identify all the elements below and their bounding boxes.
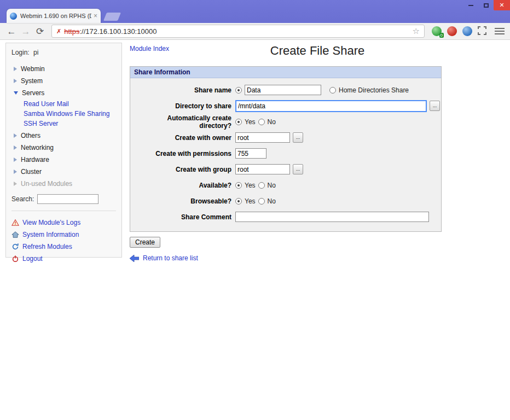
window-controls: ✕ (463, 0, 510, 10)
sidebar-item-networking[interactable]: Networking (11, 142, 116, 154)
share-comment-input[interactable] (235, 212, 429, 222)
form-row-owner: Create with owner ... (134, 130, 438, 145)
sidebar-item-hardware[interactable]: Hardware (11, 154, 116, 166)
chevron-right-icon (14, 133, 17, 138)
sidebar-item-others[interactable]: Others (11, 130, 116, 142)
module-index-link[interactable]: Module Index (130, 45, 169, 52)
nav-label: System (21, 77, 43, 85)
sidebar-item-ssh-server[interactable]: SSH Server (24, 119, 116, 129)
share-name-input[interactable] (245, 85, 321, 95)
form-row-available: Available? Yes No (134, 177, 438, 193)
search-input[interactable] (37, 194, 98, 204)
sidebar-item-read-user-mail[interactable]: Read User Mail (24, 99, 116, 109)
nav-label: Webmin (21, 65, 45, 73)
chevron-right-icon (14, 182, 17, 186)
browser-menu-button[interactable] (494, 27, 506, 36)
url-scheme: https (64, 27, 79, 36)
login-user: pi (33, 49, 38, 56)
servers-children: Read User Mail Samba Windows File Sharin… (24, 99, 116, 129)
link-label: View Module's Logs (22, 219, 80, 226)
extension-red-icon[interactable] (447, 26, 457, 36)
panel-body: Share name Home Directories Share Direct… (130, 78, 441, 231)
chevron-right-icon (14, 79, 17, 83)
return-row: Return to share list (130, 254, 505, 262)
sidebar-item-cluster[interactable]: Cluster (11, 166, 116, 178)
close-window-button[interactable]: ✕ (494, 0, 510, 10)
field-label: Create with group (134, 166, 235, 173)
browser-tab[interactable]: Webmin 1.690 on RPHS (D × (7, 9, 101, 23)
form-row-permissions: Create with permissions (134, 145, 438, 161)
sidebar-item-samba[interactable]: Samba Windows File Sharing (24, 109, 116, 119)
chevron-right-icon (14, 67, 17, 71)
auto-create-yes-radio[interactable] (235, 119, 242, 125)
directory-browse-button[interactable]: ... (430, 101, 440, 111)
view-module-logs-link[interactable]: View Module's Logs (11, 217, 116, 229)
link-label: System Information (22, 231, 79, 238)
warning-icon (11, 219, 19, 226)
field-label: Share Comment (134, 213, 235, 221)
field-label: Browseable? (134, 197, 235, 205)
chevron-right-icon (14, 158, 17, 162)
panel-header: Share Information (130, 67, 441, 78)
return-arrow-icon (130, 255, 139, 262)
browseable-no-radio[interactable] (258, 198, 265, 205)
capture-frame-icon[interactable] (478, 26, 488, 36)
form-row-browseable: Browseable? Yes No (134, 193, 438, 209)
sidebar-item-unused-modules[interactable]: Un-used Modules (11, 178, 116, 190)
share-information-panel: Share Information Share name Home Direct… (130, 66, 442, 232)
search-row: Search: (11, 194, 116, 204)
ssl-error-icon[interactable]: ✗ (56, 28, 61, 35)
nav-label: Cluster (21, 168, 42, 176)
logout-link[interactable]: Logout (11, 253, 116, 265)
owner-input[interactable] (235, 132, 290, 143)
browseable-yes-radio[interactable] (235, 198, 242, 205)
nav-label: Networking (21, 144, 54, 151)
login-label: Login: (11, 49, 30, 56)
main-content: Module Index Create File Share Share Inf… (130, 43, 505, 262)
system-information-link[interactable]: System Information (11, 229, 116, 241)
back-button[interactable]: ← (4, 27, 19, 36)
auto-create-no-radio[interactable] (258, 119, 265, 125)
group-input[interactable] (235, 164, 290, 174)
sidebar: Login: pi Webmin System Servers Read Use… (5, 43, 122, 258)
create-button[interactable]: Create (130, 237, 160, 248)
nav-label: Un-used Modules (21, 180, 72, 188)
reload-button[interactable]: ⟳ (33, 27, 47, 36)
group-browse-button[interactable]: ... (293, 164, 303, 174)
minimize-button[interactable] (463, 0, 478, 10)
available-yes-radio[interactable] (235, 182, 242, 189)
titlebar: Webmin 1.690 on RPHS (D × ✕ (0, 0, 510, 23)
maximize-button[interactable] (478, 0, 494, 10)
form-row-share-name: Share name Home Directories Share (134, 82, 438, 98)
permissions-input[interactable] (235, 148, 266, 159)
logout-icon (11, 255, 19, 262)
nav-label: Hardware (21, 156, 49, 164)
directory-input[interactable] (235, 100, 427, 112)
extension-green-icon[interactable]: 0 (432, 26, 442, 36)
sidebar-item-webmin[interactable]: Webmin (11, 63, 116, 75)
available-no-radio[interactable] (258, 182, 265, 189)
home-directories-radio[interactable] (329, 87, 336, 94)
tab-close-icon[interactable]: × (94, 12, 97, 20)
chevron-right-icon (14, 170, 17, 174)
url-text[interactable]: https://172.16.100.130:10000 (64, 27, 409, 36)
new-tab-button[interactable] (103, 13, 121, 21)
return-to-share-list-link[interactable]: Return to share list (143, 254, 198, 262)
browser-toolbar: ← → ⟳ ✗ https://172.16.100.130:10000 ☆ 0 (0, 23, 510, 40)
chevron-right-icon (14, 145, 17, 150)
forward-button[interactable]: → (19, 27, 33, 36)
extension-blue-icon[interactable] (462, 26, 472, 36)
refresh-icon (11, 243, 19, 250)
owner-browse-button[interactable]: ... (293, 132, 303, 143)
address-bar[interactable]: ✗ https://172.16.100.130:10000 ☆ (51, 25, 425, 38)
refresh-modules-link[interactable]: Refresh Modules (11, 241, 116, 253)
no-label: No (268, 197, 276, 205)
share-name-radio[interactable] (235, 87, 242, 94)
webmin-favicon-icon (10, 13, 17, 20)
bookmark-star-icon[interactable]: ☆ (413, 26, 420, 36)
no-label: No (268, 118, 276, 126)
sidebar-item-servers[interactable]: Servers (11, 87, 116, 99)
field-label: Create with permissions (134, 150, 235, 158)
form-row-comment: Share Comment (134, 209, 438, 225)
sidebar-item-system[interactable]: System (11, 75, 116, 87)
